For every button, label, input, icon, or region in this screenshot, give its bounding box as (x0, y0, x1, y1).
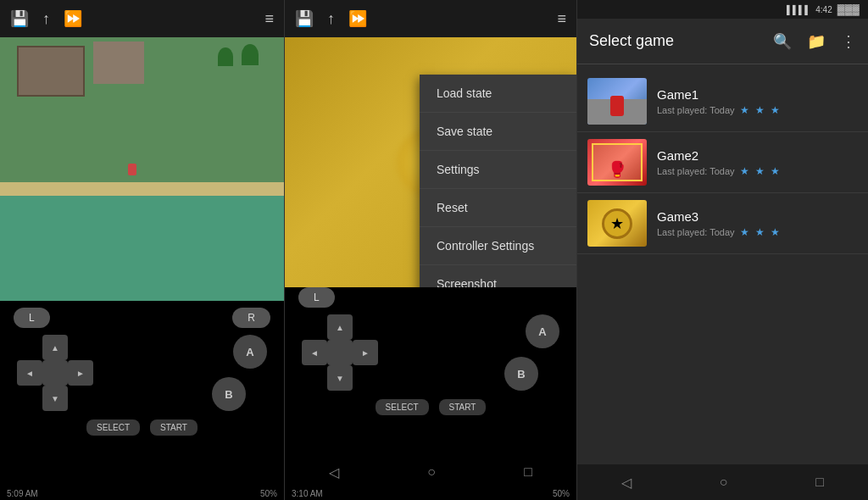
dpad-center-p2 (327, 340, 353, 365)
l-button[interactable]: L (14, 308, 50, 328)
game-meta-1: Last played: Today ★ ★ ★ (657, 104, 858, 116)
search-icon[interactable]: 🔍 (773, 32, 792, 51)
panel-menu-open: 💾 ↑ ⏩ ≡ Load state Save state Settings R… (284, 0, 576, 500)
dpad-down-p2[interactable]: ▼ (327, 365, 353, 391)
menu-reset[interactable]: Reset (420, 189, 576, 227)
dpad-right[interactable]: ► (68, 360, 93, 386)
game-info-3: Game3 Last played: Today ★ ★ ★ (657, 209, 858, 238)
game-item-1[interactable]: Game1 Last played: Today ★ ★ ★ (577, 71, 868, 132)
time-top: 4:42 (815, 5, 832, 14)
save2-icon[interactable]: 💾 (295, 9, 314, 28)
menu-load-state[interactable]: Load state (420, 75, 576, 113)
select-button[interactable]: SELECT (86, 419, 140, 436)
tree1 (242, 44, 259, 65)
game-last-played-1: Last played: Today (657, 105, 735, 115)
dpad-area-p2: ▲ ▼ ◄ ► A B (285, 314, 576, 391)
r-button[interactable]: R (232, 308, 270, 328)
start-button[interactable]: START (150, 419, 198, 436)
select-button-p2[interactable]: SELECT (376, 399, 429, 415)
upload2-icon[interactable]: ↑ (327, 10, 335, 28)
a-button[interactable]: A (233, 335, 267, 369)
a-button-p2[interactable]: A (526, 314, 559, 348)
header-title: Select game (589, 32, 773, 50)
fast-forward-icon[interactable]: ⏩ (64, 9, 82, 28)
lr-buttons: L R (0, 308, 284, 328)
game-last-played-3: Last played: Today (657, 227, 735, 237)
dpad-down[interactable]: ▼ (42, 386, 68, 411)
game-meta-2: Last played: Today ★ ★ ★ (657, 165, 858, 177)
menu-screenshot[interactable]: Screenshot (420, 265, 576, 287)
game-scene (0, 37, 284, 301)
dpad-up[interactable]: ▲ (42, 335, 68, 360)
game-last-played-2: Last played: Today (657, 166, 735, 176)
time-label: 5:09 AM (7, 489, 38, 498)
nav-bar-panel2: ◁ ○ □ (285, 457, 576, 487)
status-bar-panel1: 5:09 AM 50% (0, 487, 284, 500)
game-thumbnail-3: ★ (587, 200, 647, 247)
select-game-header: Select game 🔍 📁 ⋮ (577, 19, 868, 64)
game-name-1: Game1 (657, 87, 858, 102)
controller-panel2: L ▲ ▼ ◄ ► A B SELECT START (285, 287, 576, 457)
recents-nav-icon-p3[interactable]: □ (815, 475, 824, 490)
time-label-p2: 3:10 AM (292, 489, 323, 498)
game-meta-3: Last played: Today ★ ★ ★ (657, 226, 858, 238)
dpad-p2: ▲ ▼ ◄ ► (302, 314, 378, 391)
nav-bar-panel3: ◁ ○ □ (577, 464, 868, 500)
game-info-1: Game1 Last played: Today ★ ★ ★ (657, 87, 858, 116)
save-icon[interactable]: 💾 (10, 9, 29, 28)
menu-icon[interactable]: ≡ (264, 10, 274, 28)
game-name-3: Game3 (657, 209, 858, 224)
empty-space (577, 271, 868, 464)
fast-forward2-icon[interactable]: ⏩ (348, 9, 367, 28)
signal-text: ▌▌▌▌ (787, 5, 810, 14)
home-nav-icon[interactable]: ○ (427, 464, 436, 480)
start-button-p2[interactable]: START (439, 399, 487, 415)
ab-buttons-p2: A B (483, 314, 559, 391)
dpad-up-p2[interactable]: ▲ (327, 314, 353, 340)
game-stars-1: ★ ★ ★ (740, 104, 782, 116)
l-button-p2[interactable]: L (298, 287, 335, 308)
back-nav-icon[interactable]: ◁ (329, 464, 339, 481)
header-action-icons: 🔍 📁 ⋮ (773, 32, 856, 51)
coin-sprite: ★ (602, 208, 632, 239)
game-item-3[interactable]: ★ Game3 Last played: Today ★ ★ ★ (577, 193, 868, 254)
menu-save-state[interactable]: Save state (420, 113, 576, 151)
back-nav-icon-p3[interactable]: ◁ (621, 475, 632, 491)
status-bar-top: ▌▌▌▌ 4:42 ▓▓▓ (577, 0, 868, 19)
game-list: Game1 Last played: Today ★ ★ ★ 🥊 Game2 L… (577, 64, 868, 271)
dpad-center (42, 360, 68, 386)
menu2-icon[interactable]: ≡ (557, 10, 566, 28)
b-button[interactable]: B (212, 377, 246, 411)
game-item-2[interactable]: 🥊 Game2 Last played: Today ★ ★ ★ (577, 132, 868, 193)
building1 (17, 46, 85, 97)
dpad-right-p2[interactable]: ► (353, 340, 378, 365)
ab-buttons: A B (191, 335, 267, 411)
menu-settings[interactable]: Settings (420, 151, 576, 189)
upload-icon[interactable]: ↑ (42, 10, 50, 28)
panel-game-running: 💾 ↑ ⏩ ≡ L R (0, 0, 284, 500)
status-bar-panel2: 3:10 AM 50% (285, 487, 576, 500)
toolbar-panel2: 💾 ↑ ⏩ ≡ (285, 0, 576, 37)
building2 (93, 42, 144, 84)
dpad-left-p2[interactable]: ◄ (302, 340, 327, 365)
dpad-area: ▲ ▼ ◄ ► A B (0, 335, 284, 411)
game-thumbnail-1 (587, 78, 647, 125)
car-sprite (610, 96, 624, 116)
more-options-icon[interactable]: ⋮ (841, 32, 856, 51)
select-start-panel2: SELECT START (285, 399, 576, 415)
toolbar-panel1: 💾 ↑ ⏩ ≡ (0, 0, 284, 37)
select-start-panel1: SELECT START (0, 419, 284, 436)
recents-nav-icon[interactable]: □ (524, 464, 532, 480)
game-info-2: Game2 Last played: Today ★ ★ ★ (657, 148, 858, 177)
home-nav-icon-p3[interactable]: ○ (720, 475, 728, 490)
lr-buttons-p2: L (285, 287, 576, 308)
dpad: ▲ ▼ ◄ ► (17, 335, 93, 411)
menu-controller-settings[interactable]: Controller Settings (420, 227, 576, 265)
game-stars-3: ★ ★ ★ (740, 226, 782, 238)
character (128, 164, 136, 175)
dpad-left[interactable]: ◄ (17, 360, 42, 386)
water-area (0, 196, 284, 301)
boxing-icon: 🥊 (608, 160, 626, 179)
folder-icon[interactable]: 📁 (807, 32, 826, 51)
b-button-p2[interactable]: B (504, 357, 538, 391)
